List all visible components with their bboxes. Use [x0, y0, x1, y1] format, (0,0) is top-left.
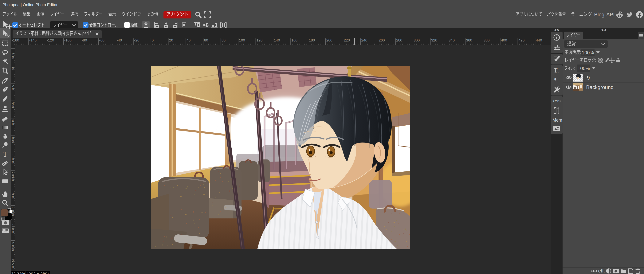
svg-text:60: 60: [204, 38, 208, 42]
svg-text:0: 0: [12, 212, 14, 216]
svg-text:40: 40: [186, 38, 190, 42]
svg-text:0: 0: [152, 38, 154, 42]
svg-text:360: 360: [466, 38, 472, 42]
svg-text:0: 0: [12, 248, 14, 252]
svg-text:-140: -140: [29, 38, 36, 42]
svg-text:T: T: [554, 67, 558, 74]
svg-text:0: 0: [12, 265, 14, 269]
svg-text:0: 0: [12, 178, 14, 182]
svg-text:CSS: CSS: [553, 99, 560, 103]
svg-text:320: 320: [431, 38, 437, 42]
svg-text:0: 0: [12, 230, 14, 234]
svg-text:380: 380: [484, 38, 490, 42]
svg-text:¶: ¶: [554, 76, 558, 84]
svg-text:180: 180: [309, 38, 315, 42]
svg-text:-160: -160: [12, 38, 19, 42]
svg-text:300: 300: [414, 38, 420, 42]
svg-text:120: 120: [256, 38, 262, 42]
svg-text:200: 200: [326, 38, 332, 42]
svg-text:0: 0: [12, 87, 14, 91]
svg-text:340: 340: [448, 38, 455, 42]
svg-text:0: 0: [12, 140, 14, 144]
svg-text:420: 420: [518, 38, 525, 42]
svg-text:t: t: [558, 69, 559, 74]
svg-text:0: 0: [12, 195, 14, 199]
svg-text:440: 440: [536, 38, 542, 42]
svg-text:80: 80: [222, 38, 226, 42]
svg-text:400: 400: [501, 38, 507, 42]
svg-text:0: 0: [12, 105, 14, 109]
svg-text:260: 260: [379, 38, 385, 42]
svg-text:240: 240: [361, 38, 367, 42]
svg-text:-100: -100: [64, 38, 72, 42]
svg-text:160: 160: [291, 38, 298, 42]
svg-text:-80: -80: [82, 38, 87, 42]
svg-text:-120: -120: [47, 38, 54, 42]
svg-text:-20: -20: [134, 38, 139, 42]
svg-text:-40: -40: [117, 38, 122, 42]
svg-text:280: 280: [396, 38, 402, 42]
svg-text:-60: -60: [99, 38, 104, 42]
svg-text:140: 140: [274, 38, 280, 42]
svg-text:0: 0: [12, 122, 14, 126]
svg-text:20: 20: [169, 38, 173, 42]
svg-text:220: 220: [344, 38, 350, 42]
svg-text:0: 0: [12, 55, 14, 59]
svg-text:T: T: [3, 150, 7, 158]
svg-text:0: 0: [12, 160, 14, 164]
svg-text:100: 100: [239, 38, 245, 42]
svg-text:0: 0: [12, 66, 14, 70]
